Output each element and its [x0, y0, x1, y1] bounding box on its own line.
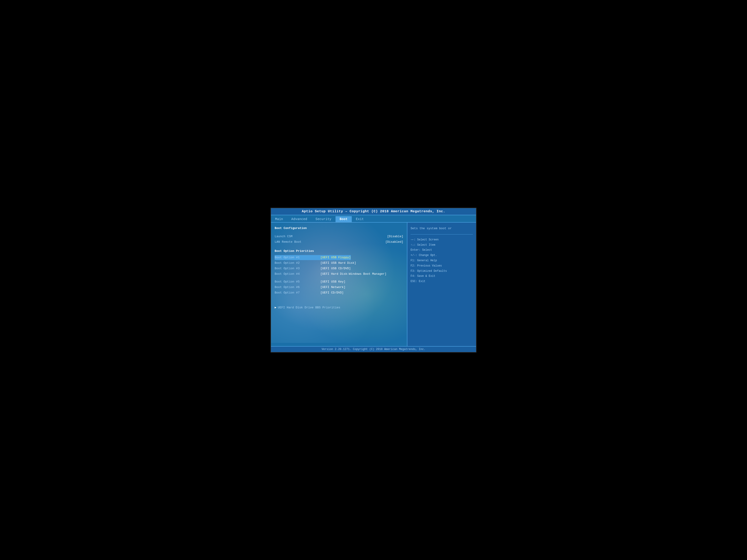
boot-option-2-value: [UEFI USB Hard Disk]: [320, 261, 356, 266]
key-select-screen: →←: Select Screen: [411, 237, 473, 242]
launch-csm-value: [Disable]: [387, 234, 403, 239]
main-content: Boot Configuration Launch CSM [Disable] …: [271, 222, 476, 346]
help-text-top: Sets the system boot or: [411, 226, 473, 231]
bbs-priorities-row[interactable]: ▶ UEFI Hard Disk Drive BBS Priorities: [275, 305, 403, 310]
launch-csm-row[interactable]: Launch CSM [Disable]: [275, 234, 403, 239]
key-f3-defaults: F3: Optimized Defaults: [411, 269, 473, 274]
header-title: Aptio Setup Utility – Copyright (C) 2018…: [302, 210, 445, 213]
launch-csm-label: Launch CSM: [275, 234, 292, 239]
boot-option-6-label: Boot Option #6: [275, 285, 320, 290]
bbs-priorities-label: UEFI Hard Disk Drive BBS Priorities: [278, 305, 340, 310]
boot-option-5-label: Boot Option #5: [275, 279, 320, 284]
nav-item-advanced[interactable]: Advanced: [287, 216, 311, 222]
boot-option-1-row[interactable]: Boot Option #1 [UEFI USB Floppy]: [275, 255, 403, 260]
right-panel: Sets the system boot or →←: Select Scree…: [407, 222, 476, 346]
lan-remote-boot-label: LAN Remote Boot: [275, 240, 302, 244]
boot-option-7-row[interactable]: Boot Option #7 [UEFI CD/DVD]: [275, 290, 403, 295]
boot-option-3-row[interactable]: Boot Option #3 [UEFI USB CD/DVD]: [275, 266, 403, 271]
boot-option-7-value: [UEFI CD/DVD]: [320, 290, 343, 295]
lan-remote-boot-value: [Disabled]: [385, 240, 403, 244]
boot-option-5-row[interactable]: Boot Option #5 [UEFI USB Key]: [275, 279, 403, 284]
footer-bar: Version 2.20.1271. Copyright (C) 2018 Am…: [271, 346, 476, 352]
boot-option-2-row[interactable]: Boot Option #2 [UEFI USB Hard Disk]: [275, 261, 403, 266]
boot-option-3-value: [UEFI USB CD/DVD]: [320, 266, 351, 271]
nav-item-boot[interactable]: Boot: [336, 216, 352, 222]
left-panel: Boot Configuration Launch CSM [Disable] …: [271, 222, 407, 346]
lan-remote-boot-row[interactable]: LAN Remote Boot [Disabled]: [275, 240, 403, 244]
nav-item-main[interactable]: Main: [271, 216, 287, 222]
nav-item-exit[interactable]: Exit: [352, 216, 368, 222]
bbs-arrow-icon: ▶: [275, 305, 277, 310]
boot-option-6-row[interactable]: Boot Option #6 [UEFI Network]: [275, 285, 403, 290]
boot-option-3-label: Boot Option #3: [275, 266, 320, 271]
boot-option-4-value: [UEFI Hard Disk:Windows Boot Manager]: [320, 271, 387, 276]
boot-option-6-value: [UEFI Network]: [320, 285, 345, 290]
key-f2-previous: F2: Previous Values: [411, 263, 473, 269]
nav-item-security[interactable]: Security: [311, 216, 336, 222]
boot-option-1-label: Boot Option #1: [275, 255, 320, 260]
key-f1-help: F1: General Help: [411, 258, 473, 263]
boot-option-4-label: Boot Option #4: [275, 271, 320, 276]
boot-option-1-value: [UEFI USB Floppy]: [320, 255, 351, 260]
header-bar: Aptio Setup Utility – Copyright (C) 2018…: [271, 208, 476, 215]
boot-option-4-row[interactable]: Boot Option #4 [UEFI Hard Disk:Windows B…: [275, 271, 403, 276]
nav-bar: Main Advanced Security Boot Exit: [271, 215, 476, 222]
divider: [411, 234, 473, 235]
key-change-opt: +/-: Change Opt.: [411, 253, 473, 258]
footer-text: Version 2.20.1271. Copyright (C) 2018 Am…: [321, 348, 426, 351]
key-help-section: →←: Select Screen ↑↓: Select Item Enter:…: [411, 237, 473, 284]
boot-option-2-label: Boot Option #2: [275, 261, 320, 266]
key-f4-save: F4: Save & Exit: [411, 274, 473, 279]
boot-option-5-value: [UEFI USB Key]: [320, 279, 345, 284]
key-select-item: ↑↓: Select Item: [411, 242, 473, 248]
section-title: Boot Configuration: [275, 226, 403, 231]
boot-option-7-label: Boot Option #7: [275, 290, 320, 295]
boot-priorities-title: Boot Option Priorities: [275, 249, 403, 254]
key-enter-select: Enter: Select: [411, 247, 473, 253]
bios-screen: Aptio Setup Utility – Copyright (C) 2018…: [271, 208, 476, 352]
key-esc-exit: ESC: Exit: [411, 279, 473, 284]
